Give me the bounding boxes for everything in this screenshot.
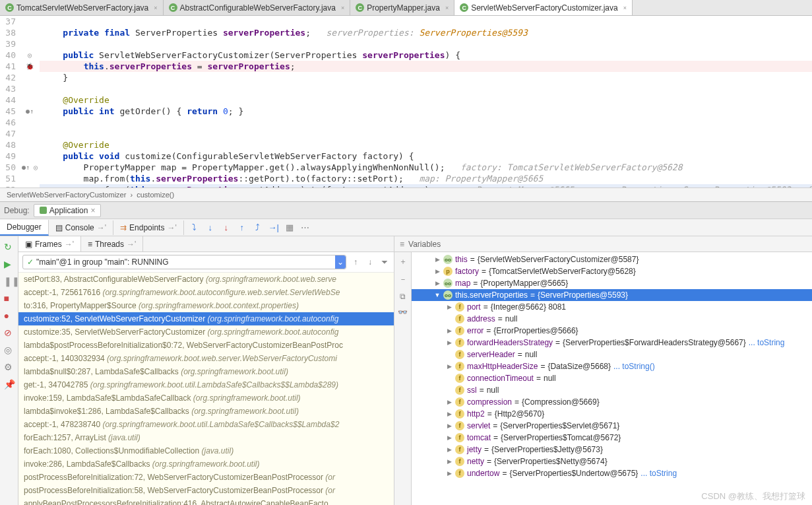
close-icon[interactable]: × <box>154 5 157 11</box>
code-editor[interactable]: 37383940414243444546474849505152535455 ◎… <box>0 16 812 187</box>
view-breakpoints-icon[interactable]: ● <box>4 310 15 321</box>
stack-frame[interactable]: forEach:1080, Collections$UnmodifiableCo… <box>18 444 394 457</box>
run-config-tab[interactable]: Application × <box>34 204 102 217</box>
stack-frame[interactable]: postProcessBeforeInitialization:72, WebS… <box>18 471 394 484</box>
thread-combo[interactable]: ✓ "main"@1 in group "main": RUNNING ⌄ <box>22 255 346 269</box>
stack-frame[interactable]: forEach:1257, ArrayList (java.util) <box>18 431 394 444</box>
console-tab[interactable]: ▤Console →' <box>49 220 113 235</box>
threads-tab[interactable]: ≡Threads →' <box>81 236 143 252</box>
stack-frame[interactable]: to:316, PropertyMapper$Source (org.sprin… <box>18 299 394 312</box>
editor-tab[interactable]: CAbstractConfigurableWebServerFactory.ja… <box>164 0 351 15</box>
variable-row[interactable]: ▶f servlet = {ServerProperties$Servlet@5… <box>412 420 812 432</box>
remove-watch-icon[interactable]: － <box>399 274 407 285</box>
stack-frame[interactable]: get:-1, 347042785 (org.springframework.b… <box>18 378 394 391</box>
expand-icon[interactable]: ▶ <box>446 363 453 370</box>
prev-frame-icon[interactable]: ↑ <box>350 257 361 267</box>
endpoints-tab[interactable]: ⇉Endpoints →' <box>113 220 184 235</box>
variable-row[interactable]: ▶f jetty = {ServerProperties$Jetty@5673} <box>412 444 812 455</box>
step-into-icon[interactable]: ↓ <box>205 222 216 233</box>
expand-icon[interactable]: ▶ <box>446 399 453 405</box>
breadcrumb-method[interactable]: customize() <box>137 191 174 199</box>
mute-breakpoints-icon[interactable]: ⊘ <box>4 327 15 338</box>
stack-frame[interactable]: lambda$postProcessBeforeInitialization$0… <box>18 339 394 352</box>
stack-frame[interactable]: invoke:286, LambdaSafe$Callbacks (org.sp… <box>18 457 394 471</box>
variable-row[interactable]: f serverHeader = null <box>412 349 812 360</box>
close-icon[interactable]: × <box>623 5 627 11</box>
editor-tab[interactable]: CTomcatServletWebServerFactory.java× <box>0 0 164 15</box>
expand-icon[interactable]: ▶ <box>446 458 453 465</box>
filter-icon[interactable]: ⏷ <box>379 257 390 267</box>
variable-row[interactable]: ▶p factory = {TomcatServletWebServerFact… <box>412 265 812 277</box>
stack-frame[interactable]: setPort:83, AbstractConfigurableWebServe… <box>18 273 394 286</box>
debugger-tab[interactable]: Debugger <box>0 220 49 236</box>
run-to-cursor-icon[interactable]: →| <box>268 222 279 233</box>
stack-frame[interactable]: accept:-1, 725617616 (org.springframewor… <box>18 286 394 299</box>
variable-row[interactable]: f connectionTimeout = null <box>412 372 812 384</box>
evaluate-icon[interactable]: ▦ <box>284 222 295 233</box>
variable-row[interactable]: ▶f compression = {Compression@5669} <box>412 396 812 408</box>
stack-frame[interactable]: lambda$invoke$1:286, LambdaSafe$Callback… <box>18 405 394 418</box>
breadcrumb[interactable]: ServletWebServerFactoryCustomizer › cust… <box>0 187 812 201</box>
expand-icon[interactable]: ▼ <box>434 292 441 298</box>
next-frame-icon[interactable]: ↓ <box>365 257 375 267</box>
add-watch-icon[interactable]: ＋ <box>399 256 407 267</box>
stack-frame[interactable]: customize:35, ServletWebServerFactoryCus… <box>18 325 394 339</box>
field-icon: f <box>455 445 464 454</box>
variable-row[interactable]: ▼oo this.serverProperties = {ServerPrope… <box>412 289 812 301</box>
variable-row[interactable]: ▶f maxHttpHeaderSize = {DataSize@5668} .… <box>412 360 812 372</box>
expand-icon[interactable]: ▶ <box>446 434 453 441</box>
rerun-icon[interactable]: ↻ <box>4 242 15 252</box>
expand-icon[interactable]: ▶ <box>446 304 453 310</box>
expand-icon[interactable]: ▶ <box>446 446 453 453</box>
glasses-icon[interactable]: 👓 <box>398 308 408 317</box>
expand-icon[interactable]: ▶ <box>446 327 453 334</box>
step-over-icon[interactable]: ⤵ <box>189 222 200 233</box>
expand-icon[interactable]: ▶ <box>434 280 441 286</box>
stack-frame[interactable]: postProcessBeforeInitialization:58, WebS… <box>18 484 394 497</box>
more-icon[interactable]: ⋯ <box>300 222 311 233</box>
stack-frame[interactable]: invoke:159, LambdaSafe$LambdaSafeCallbac… <box>18 391 394 405</box>
close-icon[interactable]: × <box>341 5 344 11</box>
stack-frame[interactable]: accept:-1, 478238740 (org.springframewor… <box>18 418 394 431</box>
close-icon[interactable]: × <box>90 206 95 215</box>
stack-frame[interactable]: customize:52, ServletWebServerFactoryCus… <box>18 312 394 325</box>
expand-icon[interactable]: ▶ <box>446 339 453 346</box>
variable-row[interactable]: ▶f port = {Integer@5662} 8081 <box>412 301 812 313</box>
stack-frame-list[interactable]: setPort:83, AbstractConfigurableWebServe… <box>18 273 394 505</box>
variable-row[interactable]: f address = null <box>412 313 812 325</box>
settings-icon[interactable]: ⚙ <box>4 362 15 372</box>
resume-icon[interactable]: ▶ <box>4 259 15 269</box>
pause-icon[interactable]: ❚❚ <box>4 276 15 286</box>
variable-row[interactable]: ▶f undertow = {ServerProperties$Undertow… <box>412 467 812 479</box>
expand-icon[interactable]: ▶ <box>446 411 453 417</box>
stop-icon[interactable]: ■ <box>4 293 15 304</box>
close-icon[interactable]: × <box>445 5 449 11</box>
expand-icon[interactable]: ▶ <box>434 268 441 275</box>
editor-tab[interactable]: CPropertyMapper.java× <box>350 0 454 15</box>
variable-row[interactable]: f ssl = null <box>412 384 812 396</box>
frames-tab[interactable]: ▣Frames →' <box>18 236 81 252</box>
variable-row[interactable]: ▶f http2 = {Http2@5670} <box>412 408 812 420</box>
chevron-down-icon[interactable]: ⌄ <box>335 255 346 269</box>
variable-row[interactable]: ▶f error = {ErrorProperties@5666} <box>412 325 812 337</box>
stack-frame[interactable]: lambda$null$0:287, LambdaSafe$Callbacks … <box>18 365 394 378</box>
variable-row[interactable]: ▶f forwardHeadersStrategy = {ServerPrope… <box>412 337 812 349</box>
breadcrumb-class[interactable]: ServletWebServerFactoryCustomizer <box>7 191 126 199</box>
force-step-into-icon[interactable]: ↓ <box>221 222 232 233</box>
variable-row[interactable]: ▶f netty = {ServerProperties$Netty@5674} <box>412 455 812 467</box>
stack-frame[interactable]: accept:-1, 1403032934 (org.springframewo… <box>18 352 394 365</box>
copy-icon[interactable]: ⧉ <box>400 292 406 301</box>
drop-frame-icon[interactable]: ⤴ <box>253 222 263 233</box>
camera-icon[interactable]: ◎ <box>4 345 15 355</box>
expand-icon[interactable]: ▶ <box>446 422 453 429</box>
stack-frame[interactable]: applyBeanPostProcessorsBeforeInitializat… <box>18 497 394 505</box>
pin-icon[interactable]: 📌 <box>4 379 15 389</box>
variable-row[interactable]: ▶f tomcat = {ServerProperties$Tomcat@567… <box>412 432 812 444</box>
step-out-icon[interactable]: ↑ <box>237 222 247 233</box>
variable-tree[interactable]: ▶oo this = {ServletWebServerFactoryCusto… <box>412 252 812 505</box>
expand-icon[interactable]: ▶ <box>446 470 453 477</box>
expand-icon[interactable]: ▶ <box>434 256 441 263</box>
variable-row[interactable]: ▶oo this = {ServletWebServerFactoryCusto… <box>412 253 812 265</box>
variable-row[interactable]: ▶oo map = {PropertyMapper@5665} <box>412 277 812 289</box>
editor-tab[interactable]: CServletWebServerFactoryCustomizer.java× <box>454 0 633 15</box>
